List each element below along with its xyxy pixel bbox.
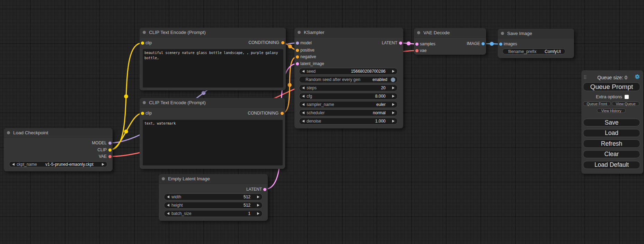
ksampler-latent-output-port[interactable] xyxy=(399,42,402,45)
batch-size-widget[interactable]: batch_size 1 xyxy=(164,210,263,217)
filename-prefix-widget[interactable]: filename_prefix ComfyUI xyxy=(502,48,565,54)
next-value-arrow-icon[interactable] xyxy=(102,163,104,166)
collapse-dot[interactable] xyxy=(501,32,504,35)
node-save-image[interactable]: Save Image images filename_prefix ComfyU… xyxy=(498,29,574,58)
link-dot-model xyxy=(202,91,206,95)
next-value-arrow-icon[interactable] xyxy=(392,95,395,98)
node-ksampler[interactable]: KSampler model positive negative latent_… xyxy=(294,28,403,128)
next-value-arrow-icon[interactable] xyxy=(257,196,259,198)
sampler-name-widget[interactable]: sampler_name euler xyxy=(299,101,398,108)
load-checkpoint-model-output-port[interactable] xyxy=(108,142,112,145)
prev-value-arrow-icon[interactable] xyxy=(302,103,305,106)
node-title: Load Checkpoint xyxy=(13,130,48,135)
input-label-latent-image: latent_image xyxy=(300,61,324,66)
next-value-arrow-icon[interactable] xyxy=(392,111,395,114)
link-dot-conditioning xyxy=(288,83,292,87)
next-value-arrow-icon[interactable] xyxy=(257,204,259,207)
node-title: Save Image xyxy=(507,31,532,36)
comfyui-canvas[interactable]: { "type_colors": {"MODEL":"#B39DDB","CLI… xyxy=(0,0,644,244)
prev-value-arrow-icon[interactable] xyxy=(302,120,305,123)
prev-value-arrow-icon[interactable] xyxy=(302,87,305,89)
vae-decode-samples-input-port[interactable] xyxy=(415,43,418,46)
ksampler-latent-image-input-port[interactable] xyxy=(296,62,299,65)
clear-button[interactable]: Clear xyxy=(583,150,640,158)
extra-options-checkbox[interactable] xyxy=(625,95,629,99)
input-label-images: images xyxy=(504,42,517,46)
clip-encode-positive-conditioning-output-port[interactable] xyxy=(281,41,284,44)
denoise-widget[interactable]: denoise 1.000 xyxy=(299,118,398,125)
clip-encode-negative-clip-input-port[interactable] xyxy=(141,112,144,115)
link-dot-conditioning xyxy=(288,44,292,48)
prompt-textarea[interactable]: beautiful scenery nature glass bottle la… xyxy=(143,49,283,88)
node-load-checkpoint[interactable]: Load Checkpoint MODEL CLIP VAE ckpt_name… xyxy=(4,128,113,171)
node-title: CLIP Text Encode (Prompt) xyxy=(149,30,206,35)
prev-value-arrow-icon[interactable] xyxy=(167,212,169,215)
output-label-vae: VAE xyxy=(99,154,107,159)
node-clip-text-encode-negative[interactable]: CLIP Text Encode (Prompt) clip CONDITION… xyxy=(140,98,285,169)
load-button[interactable]: Load xyxy=(583,129,640,137)
next-value-arrow-icon[interactable] xyxy=(392,120,395,123)
collapse-dot[interactable] xyxy=(162,177,165,180)
link-dot-clip xyxy=(124,129,128,134)
height-widget[interactable]: height 512 xyxy=(164,202,263,209)
prev-value-arrow-icon[interactable] xyxy=(12,163,15,166)
node-empty-latent-image[interactable]: Empty Latent Image LATENT width 512 heig… xyxy=(159,174,268,221)
prev-value-arrow-icon[interactable] xyxy=(302,111,305,114)
ksampler-model-input-port[interactable] xyxy=(296,42,299,45)
ksampler-positive-input-port[interactable] xyxy=(296,49,299,52)
node-title: CLIP Text Encode (Prompt) xyxy=(149,100,206,105)
prev-value-arrow-icon[interactable] xyxy=(302,95,305,98)
prev-value-arrow-icon[interactable] xyxy=(302,70,305,73)
prev-value-arrow-icon[interactable] xyxy=(167,196,169,198)
load-checkpoint-clip-output-port[interactable] xyxy=(108,148,112,152)
settings-gear-icon[interactable] xyxy=(635,74,640,79)
queue-size-label: Queue size: 0 xyxy=(581,75,643,80)
output-label-conditioning: CONDITIONING xyxy=(248,40,279,45)
queue-front-button[interactable]: Queue Front xyxy=(583,101,611,106)
collapse-dot[interactable] xyxy=(143,101,146,104)
toggle-dot[interactable] xyxy=(391,78,395,82)
width-widget[interactable]: width 512 xyxy=(164,193,263,200)
collapse-dot[interactable] xyxy=(298,31,301,34)
next-value-arrow-icon[interactable] xyxy=(257,212,259,215)
empty-latent-image-latent-output-port[interactable] xyxy=(263,188,266,191)
node-title: VAE Decode xyxy=(423,30,450,35)
collapse-dot[interactable] xyxy=(143,31,146,34)
save-button[interactable]: Save xyxy=(583,119,640,126)
clip-encode-positive-clip-input-port[interactable] xyxy=(141,42,144,45)
clip-encode-negative-conditioning-output-port[interactable] xyxy=(281,112,284,115)
input-label-negative: negative xyxy=(300,54,316,59)
prev-value-arrow-icon[interactable] xyxy=(167,204,169,207)
queue-prompt-button[interactable]: Queue Prompt xyxy=(583,82,640,91)
node-clip-text-encode-positive[interactable]: CLIP Text Encode (Prompt) clip CONDITION… xyxy=(140,28,286,90)
output-label-model: MODEL xyxy=(92,141,107,145)
prompt-textarea[interactable]: text, watermark xyxy=(143,120,283,165)
steps-widget[interactable]: steps 20 xyxy=(299,84,398,91)
collapse-dot[interactable] xyxy=(7,131,10,134)
view-queue-button[interactable]: View Queue xyxy=(612,101,639,106)
save-image-images-input-port[interactable] xyxy=(499,43,502,46)
output-label-latent: LATENT xyxy=(246,187,262,192)
next-value-arrow-icon[interactable] xyxy=(392,103,395,106)
next-value-arrow-icon[interactable] xyxy=(392,87,395,89)
seed-widget[interactable]: seed 156680208700286 xyxy=(299,68,398,75)
node-vae-decode[interactable]: VAE Decode samples vae IMAGE xyxy=(414,28,486,55)
vae-decode-vae-input-port[interactable] xyxy=(415,49,418,52)
extra-options-label: Extra options xyxy=(596,94,622,99)
random-seed-widget[interactable]: Random seed after every gen enabled xyxy=(299,76,398,83)
node-title: KSampler xyxy=(304,30,324,35)
queue-menu-panel: Queue size: 0 Queue Prompt Extra options… xyxy=(581,70,643,174)
collapse-dot[interactable] xyxy=(417,31,420,34)
vae-decode-image-output-port[interactable] xyxy=(482,42,485,45)
view-history-button[interactable]: View History xyxy=(597,108,626,113)
link-dot-clip xyxy=(124,94,128,99)
scheduler-widget[interactable]: scheduler normal xyxy=(299,109,398,116)
refresh-button[interactable]: Refresh xyxy=(583,139,640,148)
cfg-widget[interactable]: cfg 8.000 xyxy=(299,93,398,100)
node-title: Empty Latent Image xyxy=(168,176,210,181)
load-checkpoint-vae-output-port[interactable] xyxy=(108,155,112,158)
ksampler-negative-input-port[interactable] xyxy=(296,55,299,58)
ckpt-name-widget[interactable]: ckpt_name v1-5-pruned-emaonly.ckpt xyxy=(9,161,107,167)
load-default-button[interactable]: Load Default xyxy=(583,161,640,169)
next-value-arrow-icon[interactable] xyxy=(392,70,395,73)
